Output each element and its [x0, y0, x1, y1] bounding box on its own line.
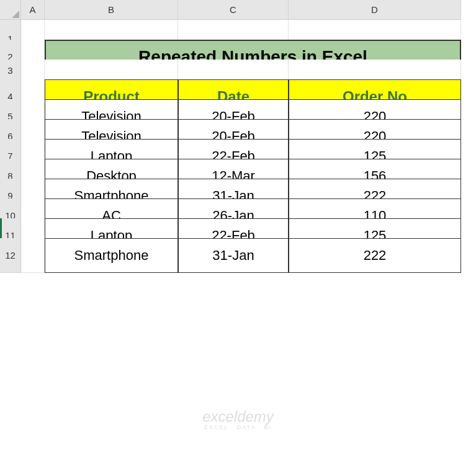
watermark: exceldemy EXCEL · DATA · BI	[202, 409, 274, 430]
col-header-D[interactable]: D	[289, 0, 461, 20]
row-header-12[interactable]: 12	[0, 238, 21, 273]
cell-C3[interactable]	[178, 60, 289, 82]
select-all-corner[interactable]	[0, 0, 21, 20]
col-header-C[interactable]: C	[178, 0, 289, 20]
cell-A3[interactable]	[21, 60, 45, 82]
cell-B3[interactable]	[45, 60, 178, 82]
row-header-3[interactable]: 3	[0, 60, 21, 82]
watermark-tag: EXCEL · DATA · BI	[202, 425, 274, 430]
col-header-A[interactable]: A	[21, 0, 45, 20]
watermark-brand: exceldemy	[202, 408, 274, 425]
col-header-B[interactable]: B	[45, 0, 178, 20]
cell-A12[interactable]	[21, 238, 45, 273]
cell-D3[interactable]	[289, 60, 461, 82]
cell-C12[interactable]: 31-Jan	[178, 238, 289, 273]
cell-D12[interactable]: 222	[289, 238, 461, 273]
spreadsheet-grid: A B C D 1 2 Repeated Numbers in Excel 3 …	[0, 0, 476, 258]
cell-B12[interactable]: Smartphone	[45, 238, 178, 273]
